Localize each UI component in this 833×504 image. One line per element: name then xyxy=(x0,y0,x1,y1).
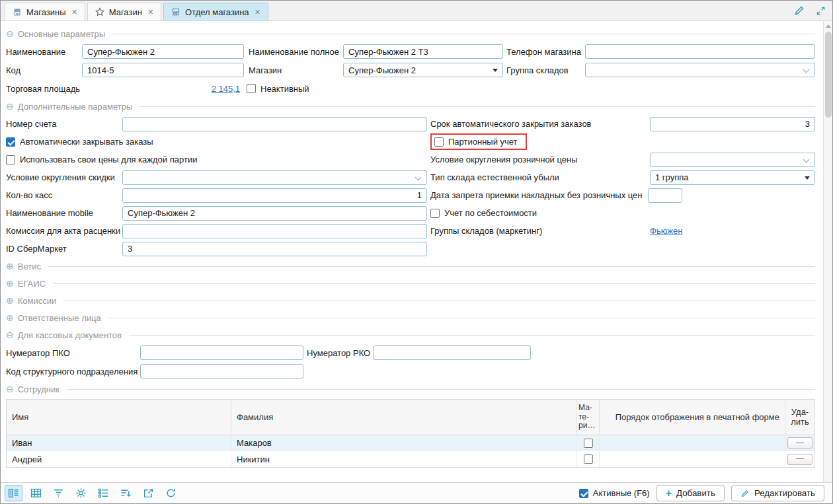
scroll-up-arrow-icon[interactable] xyxy=(826,24,831,28)
code-label: Код xyxy=(6,65,82,75)
code-input[interactable]: 1014-5 xyxy=(82,63,244,77)
full-name-label: Наименование полное xyxy=(249,47,343,57)
retail-rounding-select[interactable] xyxy=(650,153,815,167)
section-header-cash-documents[interactable]: ⊖ Для кассовых документов xyxy=(6,326,815,343)
collapse-icon[interactable]: ⊖ xyxy=(6,330,14,340)
export-button[interactable] xyxy=(139,485,157,501)
shop-select[interactable]: Супер-Фьюжен 2 xyxy=(343,63,503,77)
section-header-main-params[interactable]: ⊖ Основные параметры xyxy=(6,25,815,42)
chevron-down-icon xyxy=(803,156,810,162)
tab-store-department[interactable]: Отдел магазина × xyxy=(163,3,268,20)
warehouse-group-select[interactable] xyxy=(585,63,815,77)
inactive-checkbox[interactable] xyxy=(247,84,256,93)
auto-close-term-input[interactable]: 3 xyxy=(650,117,815,131)
account-number-input[interactable] xyxy=(122,117,427,131)
mobile-name-input[interactable]: Супер-Фьюжен 2 xyxy=(122,206,427,221)
natural-loss-type-select[interactable]: 1 группа xyxy=(650,170,815,185)
section-divider xyxy=(129,335,815,336)
app-window: Магазины × Магазин × Отдел магазина × xyxy=(0,0,833,504)
pencil-icon xyxy=(740,489,750,498)
discount-rounding-select[interactable] xyxy=(122,170,427,185)
expand-icon[interactable]: ⊕ xyxy=(6,313,14,322)
trade-area-link[interactable]: 2 145,1 xyxy=(212,84,240,94)
section-header-employee[interactable]: ⊖ Сотрудник xyxy=(6,380,815,398)
filter-button[interactable] xyxy=(50,485,67,501)
section-header-egais[interactable]: ⊕ ЕГАИС xyxy=(6,275,815,292)
maximize-icon[interactable] xyxy=(816,6,826,16)
settings-gear-button[interactable] xyxy=(72,485,90,501)
section-header-commissions[interactable]: ⊕ Комиссии xyxy=(6,292,815,309)
invoice-ban-date-input[interactable] xyxy=(648,188,682,203)
inactive-checkbox-group[interactable]: Неактивный xyxy=(247,84,309,94)
column-header-material[interactable]: Ма-те-ри… xyxy=(577,400,600,435)
tab-label: Магазин xyxy=(109,7,142,17)
rko-numerator-input[interactable] xyxy=(373,345,531,360)
marketing-warehouse-groups-link[interactable]: Фьюжен xyxy=(650,226,682,236)
column-header-delete[interactable]: Уда-лить xyxy=(785,400,814,435)
active-filter-group[interactable]: Активные (F6) xyxy=(579,488,650,498)
auto-close-orders-checkbox[interactable] xyxy=(6,137,15,147)
sort-button[interactable] xyxy=(117,485,135,501)
detail-view-button[interactable] xyxy=(5,485,22,501)
trade-area-label: Торговая площадь xyxy=(6,84,82,94)
collapse-icon[interactable]: ⊖ xyxy=(6,102,14,111)
full-name-input[interactable]: Супер-Фьюжен 2 Т3 xyxy=(343,44,503,59)
delete-row-button[interactable]: — xyxy=(787,454,813,465)
auto-close-orders-group[interactable]: Автоматически закрывать заказы xyxy=(6,137,153,147)
cash-desk-count-input[interactable]: 1 xyxy=(122,188,427,203)
material-checkbox[interactable] xyxy=(584,439,593,448)
cost-accounting-group[interactable]: Учет по себестоимости xyxy=(430,208,537,218)
own-prices-group[interactable]: Использовать свои цены для каждой партии xyxy=(6,155,197,164)
star-icon xyxy=(95,7,104,17)
expand-icon[interactable]: ⊕ xyxy=(6,296,14,305)
table-row[interactable]: Иван Макаров — xyxy=(7,435,814,451)
vertical-scrollbar[interactable] xyxy=(823,21,832,482)
scrollbar-thumb[interactable] xyxy=(825,32,832,118)
delete-row-button[interactable]: — xyxy=(787,437,813,449)
edit-button[interactable]: Редактировать xyxy=(731,485,824,501)
phone-input[interactable] xyxy=(585,44,815,59)
phone-label: Телефон магазина xyxy=(506,47,585,57)
tab-shop[interactable]: Магазин × xyxy=(87,3,161,20)
collapse-icon[interactable]: ⊖ xyxy=(6,384,14,394)
batch-accounting-checkbox[interactable] xyxy=(434,137,444,147)
column-header-print-order[interactable]: Порядок отображения в печатной форме xyxy=(600,400,785,435)
collapse-icon[interactable]: ⊖ xyxy=(6,29,14,38)
expand-icon[interactable]: ⊕ xyxy=(6,279,14,288)
expand-icon[interactable]: ⊕ xyxy=(6,262,14,271)
name-input[interactable]: Супер-Фьюжен 2 xyxy=(82,44,244,59)
section-header-additional-params[interactable]: ⊖ Дополнительные параметры xyxy=(6,98,815,115)
batch-accounting-highlight[interactable]: Партионный учет xyxy=(430,133,527,150)
own-prices-label: Использовать свои цены для каждой партии xyxy=(20,155,197,164)
table-view-button[interactable] xyxy=(27,485,45,501)
add-button[interactable]: + Добавить xyxy=(656,485,725,501)
close-icon[interactable]: × xyxy=(148,7,153,17)
cell-last-name: Макаров xyxy=(231,435,577,450)
section-header-vetis[interactable]: ⊕ Ветис xyxy=(6,258,815,275)
section-header-responsible-persons[interactable]: ⊕ Ответственные лица xyxy=(6,309,815,326)
close-icon[interactable]: × xyxy=(255,7,260,17)
structural-unit-code-input[interactable] xyxy=(140,364,303,378)
active-filter-checkbox[interactable] xyxy=(579,489,588,498)
cell-print-order xyxy=(600,451,785,467)
structural-unit-code-label: Код структурного подразделения xyxy=(6,367,140,377)
pko-numerator-input[interactable] xyxy=(140,345,303,360)
tab-shops[interactable]: Магазины × xyxy=(5,3,85,20)
mobile-name-label: Наименование mobile xyxy=(6,208,122,218)
refresh-button[interactable] xyxy=(162,485,180,501)
material-checkbox[interactable] xyxy=(584,454,593,464)
cost-accounting-checkbox[interactable] xyxy=(430,209,440,218)
employees-table: Имя Фамилия Ма-те-ри… Порядок отображени… xyxy=(6,399,815,468)
edit-pencil-icon[interactable] xyxy=(793,5,805,17)
table-row[interactable]: Андрей Никитин — xyxy=(7,451,814,467)
own-prices-checkbox[interactable] xyxy=(6,155,15,164)
pricing-act-commission-input[interactable] xyxy=(122,224,427,238)
column-header-last-name[interactable]: Фамилия xyxy=(231,400,577,435)
close-icon[interactable]: × xyxy=(72,7,77,17)
section-title: Комиссии xyxy=(18,296,57,306)
sber-market-id-input[interactable]: 3 xyxy=(122,242,427,256)
column-header-first-name[interactable]: Имя xyxy=(7,400,231,435)
shop-icon xyxy=(13,7,22,17)
numbered-list-button[interactable] xyxy=(95,485,112,501)
section-divider xyxy=(112,34,815,34)
